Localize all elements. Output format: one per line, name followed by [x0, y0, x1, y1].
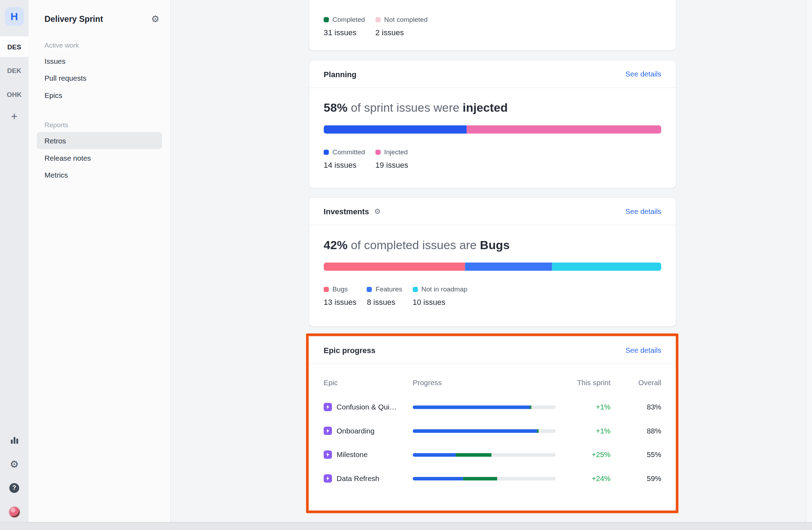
legend-not-completed: Not completed 2 issues: [375, 16, 427, 37]
sidebar-item-retros[interactable]: Retros: [37, 132, 162, 149]
bugs-swatch: [324, 286, 329, 292]
committed-count: 14 issues: [324, 161, 365, 170]
investments-progress-bar: [324, 263, 661, 271]
legend-injected: Injected 19 issues: [375, 148, 408, 169]
epic-row-onboarding[interactable]: Onboarding +1% 88%: [324, 419, 661, 443]
settings-gear-icon[interactable]: ⚙: [9, 459, 19, 469]
epic-bolt-icon: [324, 450, 332, 459]
epic-row-confusion[interactable]: Confusion & Qui… +1% 83%: [324, 395, 661, 419]
sidebar-header: Delivery Sprint ⚙: [37, 0, 162, 24]
horizontal-scrollbar[interactable]: [0, 522, 812, 530]
planning-see-details-link[interactable]: See details: [626, 70, 662, 78]
user-avatar[interactable]: [8, 506, 20, 518]
not-in-roadmap-count: 10 issues: [413, 298, 468, 307]
planning-card: Planning See details 58% of sprint issue…: [309, 61, 676, 188]
investments-title: Investments: [324, 207, 369, 216]
not-completed-count: 2 issues: [375, 28, 427, 37]
vertical-scrollbar[interactable]: [806, 0, 812, 530]
investments-see-details-link[interactable]: See details: [626, 207, 662, 216]
app-logo[interactable]: H: [5, 7, 24, 26]
investments-legend: Bugs 13 issues Features 8 issues: [324, 285, 661, 307]
legend-committed: Committed 14 issues: [324, 148, 365, 169]
epic-progress-card: Epic progress See details Epic Progress …: [309, 337, 676, 511]
epic-bolt-icon: [324, 427, 332, 435]
epic-bolt-icon: [324, 403, 332, 411]
planning-title: Planning: [324, 70, 356, 79]
epic-row-data-refresh[interactable]: Data Refresh +24% 59%: [324, 467, 661, 491]
sidebar-item-pull-requests[interactable]: Pull requests: [37, 69, 162, 86]
epic-table-body: Confusion & Qui… +1% 83%: [324, 395, 661, 490]
investments-gear-icon[interactable]: ⚙: [374, 208, 381, 215]
completed-swatch: [324, 17, 329, 22]
section-label-reports: Reports: [37, 121, 162, 129]
planning-card-header: Planning See details: [309, 61, 676, 88]
add-workspace-button[interactable]: +: [0, 108, 29, 125]
col-this-sprint: This sprint: [556, 378, 611, 387]
investments-headline: 42% of completed issues are Bugs: [324, 238, 661, 252]
completed-count: 31 issues: [324, 28, 365, 37]
workspace-item-des[interactable]: DES: [0, 36, 29, 57]
sidebar-item-epics[interactable]: Epics: [37, 86, 162, 103]
sidebar-item-metrics[interactable]: Metrics: [37, 166, 162, 183]
investments-card: Investments ⚙ See details 42% of complet…: [309, 198, 676, 326]
progress-base-segment: [413, 477, 463, 480]
not-in-roadmap-bar-segment: [552, 263, 661, 271]
app-window: H DES DEK OHK + ⚙ ? Delivery Sprint ⚙ Ac…: [0, 0, 812, 530]
rail-bottom-icons: ⚙ ?: [0, 435, 29, 518]
planning-legend: Committed 14 issues Injected 19 issues: [324, 148, 661, 169]
help-icon[interactable]: ?: [9, 482, 19, 493]
app-logo-letter: H: [11, 11, 18, 23]
project-sidebar: Delivery Sprint ⚙ Active work Issues Pul…: [29, 0, 171, 530]
features-count: 8 issues: [367, 298, 402, 307]
progress-base-segment: [413, 405, 530, 409]
workspace-item-dek[interactable]: DEK: [0, 60, 29, 81]
bugs-count: 13 issues: [324, 298, 356, 307]
committed-bar-segment: [324, 125, 467, 134]
epic-progress-bar: [413, 477, 556, 480]
col-overall: Overall: [610, 378, 661, 387]
legend-bugs: Bugs 13 issues: [324, 285, 356, 307]
planning-headline: 58% of sprint issues were injected: [324, 100, 661, 115]
col-epic: Epic: [324, 378, 413, 387]
legend-not-in-roadmap: Not in roadmap 10 issues: [413, 285, 468, 307]
this-sprint-value: +1%: [556, 403, 611, 411]
epic-progress-title: Epic progress: [324, 346, 375, 355]
this-sprint-value: +1%: [556, 427, 611, 435]
overall-value: 88%: [610, 427, 661, 435]
overall-value: 55%: [610, 450, 661, 459]
epic-card-header: Epic progress See details: [309, 337, 676, 364]
progress-sprint-segment: [530, 405, 531, 409]
injected-bar-segment: [467, 125, 662, 134]
legend-completed: Completed 31 issues: [324, 16, 365, 37]
progress-sprint-segment: [463, 477, 497, 480]
sidebar-item-issues[interactable]: Issues: [37, 52, 162, 69]
not-in-roadmap-swatch: [413, 286, 418, 292]
epic-progress-bar: [413, 405, 556, 409]
metrics-chart-icon[interactable]: [9, 435, 19, 445]
epic-progress-bar: [413, 429, 556, 432]
completion-legend: Completed 31 issues Not completed 2 issu…: [324, 16, 661, 37]
workspace-item-ohk[interactable]: OHK: [0, 84, 29, 105]
main-content: Completed 31 issues Not completed 2 issu…: [171, 0, 812, 530]
epic-see-details-link[interactable]: See details: [626, 346, 662, 355]
progress-sprint-segment: [537, 429, 539, 432]
epic-progress-bar: [413, 453, 556, 456]
progress-base-segment: [413, 453, 456, 456]
sidebar-item-release-notes[interactable]: Release notes: [37, 149, 162, 166]
section-label-active-work: Active work: [37, 42, 162, 49]
project-title: Delivery Sprint: [44, 14, 103, 24]
epic-row-milestone[interactable]: Milestone +25% 55%: [324, 443, 661, 467]
progress-sprint-segment: [456, 453, 491, 456]
legend-features: Features 8 issues: [367, 285, 402, 307]
completion-card: Completed 31 issues Not completed 2 issu…: [309, 0, 676, 50]
progress-base-segment: [413, 429, 537, 432]
this-sprint-value: +25%: [556, 450, 611, 459]
this-sprint-value: +24%: [556, 474, 611, 483]
injected-count: 19 issues: [375, 161, 408, 170]
committed-swatch: [324, 149, 329, 155]
overall-value: 83%: [610, 403, 661, 411]
workspace-rail: H DES DEK OHK + ⚙ ?: [0, 0, 29, 530]
features-bar-segment: [465, 263, 552, 271]
bugs-bar-segment: [324, 263, 465, 271]
project-settings-gear-icon[interactable]: ⚙: [151, 14, 160, 24]
